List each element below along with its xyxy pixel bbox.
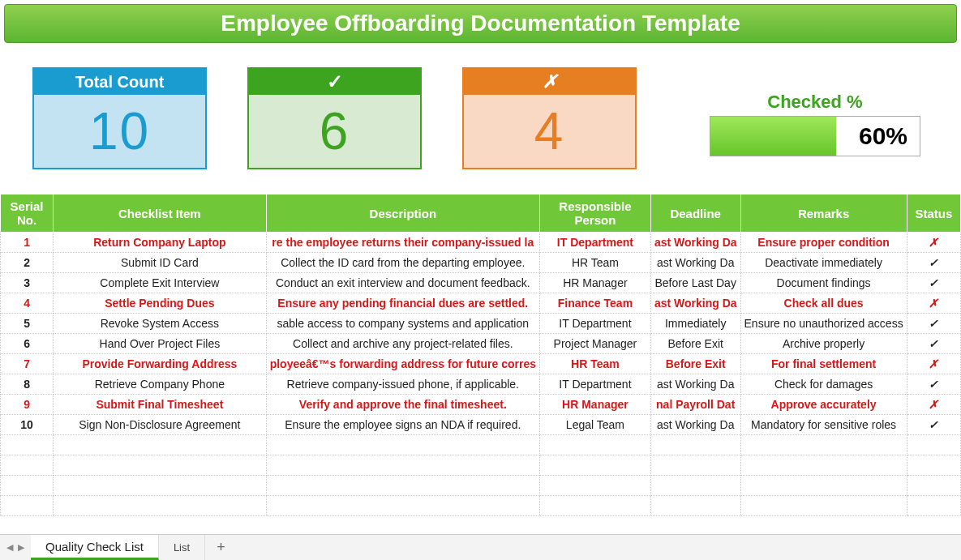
cell-item[interactable]: Provide Forwarding Address — [54, 354, 267, 374]
cell-serial[interactable]: 8 — [1, 374, 54, 395]
cell-status[interactable]: ✗ — [907, 233, 960, 253]
table-row[interactable]: 3Complete Exit InterviewConduct an exit … — [1, 273, 961, 293]
col-item[interactable]: Checklist Item — [54, 195, 267, 233]
cell-description[interactable]: sable access to company systems and appl… — [266, 314, 539, 334]
cell-remarks[interactable]: For final settlement — [740, 354, 907, 374]
empty-cell[interactable] — [650, 496, 740, 516]
cell-remarks[interactable]: Archive properly — [740, 334, 907, 354]
cell-responsible[interactable]: HR Team — [539, 354, 650, 374]
cell-remarks[interactable]: Document findings — [740, 273, 907, 293]
sheet-tab-quality-check-list[interactable]: Quality Check List — [31, 535, 159, 560]
empty-row[interactable] — [1, 476, 961, 496]
empty-cell[interactable] — [740, 476, 907, 496]
table-row[interactable]: 7Provide Forwarding Addressployeeâ€™s fo… — [1, 354, 961, 374]
table-row[interactable]: 2Submit ID CardCollect the ID card from … — [1, 253, 961, 273]
cell-status[interactable]: ✓ — [907, 253, 960, 273]
table-row[interactable]: 5Revoke System Accesssable access to com… — [1, 314, 961, 334]
col-remarks[interactable]: Remarks — [740, 195, 907, 233]
empty-cell[interactable] — [1, 435, 54, 455]
add-sheet-button[interactable]: + — [205, 535, 237, 560]
cell-responsible[interactable]: IT Department — [539, 374, 650, 395]
cell-responsible[interactable]: IT Department — [539, 233, 650, 253]
cell-status[interactable]: ✓ — [907, 273, 960, 293]
cell-status[interactable]: ✗ — [907, 354, 960, 374]
empty-cell[interactable] — [740, 496, 907, 516]
empty-row[interactable] — [1, 435, 961, 455]
cell-responsible[interactable]: HR Team — [539, 253, 650, 273]
empty-cell[interactable] — [907, 455, 960, 476]
cell-item[interactable]: Revoke System Access — [54, 314, 267, 334]
empty-cell[interactable] — [539, 476, 650, 496]
cell-description[interactable]: Conduct an exit interview and document f… — [266, 273, 539, 293]
empty-cell[interactable] — [907, 496, 960, 516]
tab-nav[interactable]: ◀ ▶ — [0, 535, 31, 560]
cell-description[interactable]: Ensure any pending financial dues are se… — [266, 293, 539, 314]
cell-item[interactable]: Hand Over Project Files — [54, 334, 267, 354]
cell-responsible[interactable]: IT Department — [539, 314, 650, 334]
cell-deadline[interactable]: Before Exit — [650, 354, 740, 374]
empty-cell[interactable] — [907, 476, 960, 496]
cell-description[interactable]: Ensure the employee signs an NDA if requ… — [266, 415, 539, 435]
empty-cell[interactable] — [650, 455, 740, 476]
empty-cell[interactable] — [539, 496, 650, 516]
col-status[interactable]: Status — [907, 195, 960, 233]
cell-serial[interactable]: 1 — [1, 233, 54, 253]
cell-serial[interactable]: 5 — [1, 314, 54, 334]
cell-deadline[interactable]: Immediately — [650, 314, 740, 334]
cell-serial[interactable]: 2 — [1, 253, 54, 273]
empty-cell[interactable] — [266, 496, 539, 516]
cell-item[interactable]: Sign Non-Disclosure Agreement — [54, 415, 267, 435]
cell-remarks[interactable]: Ensure proper condition — [740, 233, 907, 253]
cell-item[interactable]: Complete Exit Interview — [54, 273, 267, 293]
cell-status[interactable]: ✓ — [907, 415, 960, 435]
cell-item[interactable]: Return Company Laptop — [54, 233, 267, 253]
table-row[interactable]: 10Sign Non-Disclosure AgreementEnsure th… — [1, 415, 961, 435]
cell-deadline[interactable]: Before Exit — [650, 334, 740, 354]
cell-description[interactable]: Verify and approve the final timesheet. — [266, 395, 539, 415]
col-serial[interactable]: Serial No. — [1, 195, 54, 233]
cell-remarks[interactable]: Check all dues — [740, 293, 907, 314]
cell-responsible[interactable]: HR Manager — [539, 273, 650, 293]
empty-cell[interactable] — [740, 455, 907, 476]
cell-remarks[interactable]: Mandatory for sensitive roles — [740, 415, 907, 435]
empty-cell[interactable] — [1, 455, 54, 476]
table-row[interactable]: 6Hand Over Project FilesCollect and arch… — [1, 334, 961, 354]
cell-status[interactable]: ✓ — [907, 374, 960, 395]
cell-description[interactable]: Retrieve company-issued phone, if applic… — [266, 374, 539, 395]
cell-deadline[interactable]: nal Payroll Dat — [650, 395, 740, 415]
empty-cell[interactable] — [266, 455, 539, 476]
empty-cell[interactable] — [1, 496, 54, 516]
cell-description[interactable]: Collect and archive any project-related … — [266, 334, 539, 354]
cell-item[interactable]: Settle Pending Dues — [54, 293, 267, 314]
tab-prev-icon[interactable]: ◀ — [6, 542, 13, 553]
table-row[interactable]: 1Return Company Laptopre the employee re… — [1, 233, 961, 253]
cell-serial[interactable]: 9 — [1, 395, 54, 415]
cell-serial[interactable]: 7 — [1, 354, 54, 374]
cell-responsible[interactable]: Legal Team — [539, 415, 650, 435]
cell-status[interactable]: ✗ — [907, 395, 960, 415]
table-row[interactable]: 4Settle Pending DuesEnsure any pending f… — [1, 293, 961, 314]
cell-remarks[interactable]: Deactivate immediately — [740, 253, 907, 273]
cell-deadline[interactable]: Before Last Day — [650, 273, 740, 293]
empty-cell[interactable] — [1, 476, 54, 496]
cell-deadline[interactable]: ast Working Da — [650, 253, 740, 273]
cell-status[interactable]: ✓ — [907, 334, 960, 354]
cell-remarks[interactable]: Ensure no unauthorized access — [740, 314, 907, 334]
cell-description[interactable]: ployeeâ€™s forwarding address for future… — [266, 354, 539, 374]
empty-cell[interactable] — [266, 435, 539, 455]
empty-row[interactable] — [1, 496, 961, 516]
empty-cell[interactable] — [54, 496, 267, 516]
empty-cell[interactable] — [740, 435, 907, 455]
cell-item[interactable]: Submit ID Card — [54, 253, 267, 273]
cell-serial[interactable]: 6 — [1, 334, 54, 354]
cell-status[interactable]: ✓ — [907, 314, 960, 334]
col-responsible[interactable]: Responsible Person — [539, 195, 650, 233]
cell-deadline[interactable]: ast Working Da — [650, 233, 740, 253]
cell-remarks[interactable]: Approve accurately — [740, 395, 907, 415]
cell-remarks[interactable]: Check for damages — [740, 374, 907, 395]
empty-cell[interactable] — [54, 435, 267, 455]
cell-serial[interactable]: 10 — [1, 415, 54, 435]
cell-status[interactable]: ✗ — [907, 293, 960, 314]
cell-item[interactable]: Submit Final Timesheet — [54, 395, 267, 415]
empty-cell[interactable] — [266, 476, 539, 496]
